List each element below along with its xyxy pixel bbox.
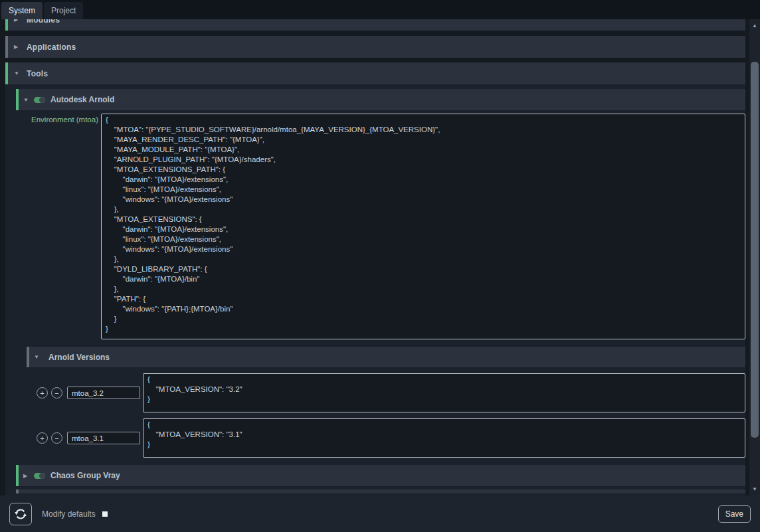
section-title: Modules — [27, 19, 60, 25]
environment-label: Environment (mtoa) — [16, 114, 98, 339]
version-json-editor[interactable]: { "MTOA_VERSION": "3.1" } — [143, 418, 745, 458]
refresh-button[interactable] — [9, 503, 32, 525]
section-title: Autodesk Arnold — [50, 95, 114, 104]
version-row: + − { "MTOA_VERSION": "3.1" } — [16, 418, 745, 458]
section-title: Arnold Versions — [48, 353, 110, 362]
clipped-next-section — [16, 489, 745, 493]
chevron-right-icon: ▶ — [14, 19, 23, 23]
refresh-icon — [14, 507, 27, 521]
chevron-right-icon: ▶ — [14, 44, 23, 50]
scroll-down-icon[interactable]: ▼ — [749, 484, 760, 494]
tab-system[interactable]: System — [1, 2, 43, 19]
section-title: Tools — [27, 69, 48, 78]
chevron-down-icon: ▼ — [23, 97, 33, 103]
section-title: Chaos Group Vray — [50, 471, 120, 480]
chevron-down-icon: ▼ — [34, 354, 43, 360]
version-json-editor[interactable]: { "MTOA_VERSION": "3.2" } — [143, 373, 745, 412]
section-header-arnold-versions[interactable]: ▼ Arnold Versions — [27, 347, 745, 367]
chevron-down-icon: ▼ — [14, 70, 23, 76]
add-version-button[interactable]: + — [37, 432, 48, 444]
section-header-autodesk-arnold[interactable]: ▼ Autodesk Arnold — [16, 89, 745, 110]
enabled-toggle[interactable] — [34, 97, 45, 103]
section-header-tools[interactable]: ▼ Tools — [5, 62, 745, 84]
environment-json-editor[interactable]: { "MTOA": "{PYPE_STUDIO_SOFTWARE}/arnold… — [101, 114, 745, 339]
settings-window: System Project ▶ Modules ▶ Applications … — [0, 0, 760, 532]
save-button[interactable]: Save — [718, 505, 751, 523]
tools-panel: ▼ Autodesk Arnold Environment (mtoa) { "… — [5, 84, 745, 495]
section-header-modules[interactable]: ▶ Modules — [5, 19, 745, 31]
section-title: Applications — [27, 43, 76, 52]
remove-version-button[interactable]: − — [51, 432, 62, 444]
section-header-applications[interactable]: ▶ Applications — [5, 36, 745, 58]
enabled-toggle[interactable] — [34, 473, 45, 479]
section-header-chaos-group-vray[interactable]: ▶ Chaos Group Vray — [16, 465, 745, 486]
version-row: + − { "MTOA_VERSION": "3.2" } — [16, 373, 745, 412]
version-name-input[interactable] — [67, 387, 140, 399]
scrollbar-thumb[interactable] — [751, 62, 759, 438]
vertical-scrollbar[interactable]: ▲ ▼ — [749, 19, 760, 495]
main-area: ▶ Modules ▶ Applications ▼ Tools ▼ Autod… — [0, 19, 760, 495]
scroll-up-icon[interactable]: ▲ — [749, 21, 760, 31]
add-version-button[interactable]: + — [37, 387, 48, 399]
version-name-input[interactable] — [67, 432, 140, 444]
chevron-right-icon: ▶ — [23, 473, 33, 479]
modify-defaults-label: Modify defaults — [42, 509, 96, 519]
footer-bar: Modify defaults Save — [0, 495, 760, 532]
modify-defaults-checkbox[interactable] — [102, 511, 108, 517]
tab-project[interactable]: Project — [44, 2, 83, 19]
tab-bar: System Project — [0, 0, 760, 19]
section-header-partial[interactable] — [16, 489, 745, 493]
settings-scroll-area: ▶ Modules ▶ Applications ▼ Tools ▼ Autod… — [0, 19, 749, 495]
environment-row: Environment (mtoa) { "MTOA": "{PYPE_STUD… — [16, 114, 745, 339]
remove-version-button[interactable]: − — [51, 387, 62, 399]
